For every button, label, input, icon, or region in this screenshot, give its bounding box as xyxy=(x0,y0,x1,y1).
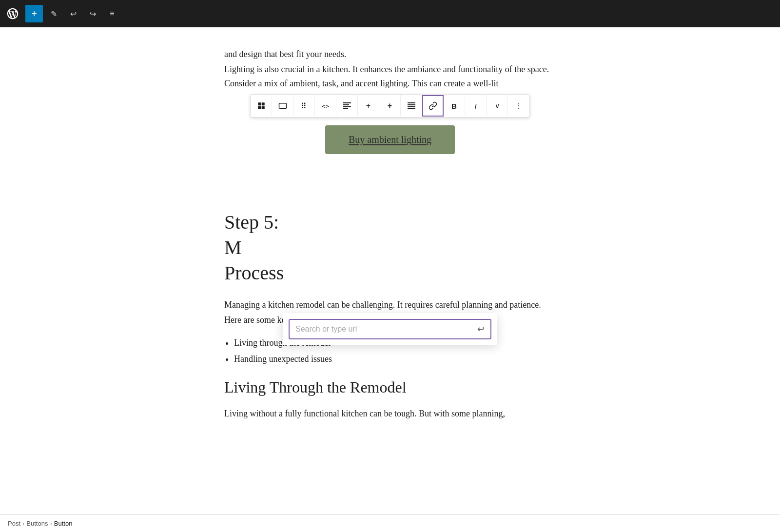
italic-button[interactable]: I xyxy=(465,95,487,117)
svg-rect-2 xyxy=(258,106,261,109)
justify-button[interactable] xyxy=(401,95,422,117)
url-search-input[interactable] xyxy=(295,325,473,334)
breadcrumb-sep-2: › xyxy=(50,520,52,527)
svg-rect-10 xyxy=(408,104,415,105)
bold-icon: B xyxy=(451,102,457,110)
hamburger-icon: ≡ xyxy=(110,9,114,18)
more-formatting-button[interactable]: ∨ xyxy=(487,95,508,117)
svg-rect-9 xyxy=(408,102,415,103)
block-formatting-toolbar: ⠿ <> + + xyxy=(250,94,530,118)
svg-rect-1 xyxy=(261,102,264,105)
add-block-button[interactable]: + xyxy=(25,5,43,22)
list-item: Handling unexpected issues xyxy=(234,351,556,367)
buy-ambient-lighting-button[interactable]: Buy ambient lighting xyxy=(325,125,455,154)
add-before-button[interactable]: + xyxy=(358,95,379,117)
editor-content: and design that best fit your needs. Lig… xyxy=(0,27,780,514)
url-submit-button[interactable]: ↩ xyxy=(477,324,485,335)
pen-icon: ✎ xyxy=(51,9,57,19)
top-toolbar: + ✎ ↩ ↪ ≡ xyxy=(0,0,780,27)
svg-rect-8 xyxy=(343,108,348,109)
chevron-down-icon: ∨ xyxy=(495,102,500,110)
redo-icon: ↪ xyxy=(90,9,96,19)
pen-tool-button[interactable]: ✎ xyxy=(45,5,62,22)
block-type-button[interactable] xyxy=(251,95,272,117)
living-through-heading: Living Through the Remodel xyxy=(224,378,556,396)
bold-button[interactable]: B xyxy=(444,95,465,117)
breadcrumb-bar: Post › Buttons › Button xyxy=(0,514,780,532)
url-search-popup: ↩ xyxy=(283,313,497,345)
svg-rect-5 xyxy=(343,102,351,103)
redo-button[interactable]: ↪ xyxy=(84,5,101,22)
menu-button[interactable]: ≡ xyxy=(103,5,121,22)
button-block: Buy ambient lighting xyxy=(224,125,556,154)
svg-rect-6 xyxy=(343,104,349,105)
breadcrumb-buttons[interactable]: Buttons xyxy=(26,520,48,527)
svg-rect-7 xyxy=(343,106,351,107)
undo-icon: ↩ xyxy=(70,9,77,19)
paragraph-lighting: Lighting is also crucial in a kitchen. I… xyxy=(224,62,556,77)
svg-rect-4 xyxy=(279,103,286,109)
block-transform-button[interactable] xyxy=(272,95,293,117)
paragraph-remodel: Managing a kitchen remodel can be challe… xyxy=(224,297,556,313)
breadcrumb-post[interactable]: Post xyxy=(8,520,20,527)
partial-text-line: Consider a mix of ambient, task, and acc… xyxy=(224,77,556,90)
link-button[interactable] xyxy=(422,95,444,117)
paragraph-design: and design that best fit your needs. xyxy=(224,47,556,62)
ellipsis-icon: ⋮ xyxy=(515,102,522,110)
submit-arrow-icon: ↩ xyxy=(477,324,485,335)
svg-rect-3 xyxy=(261,106,264,109)
wordpress-logo[interactable] xyxy=(4,5,21,22)
step-heading-end: Process xyxy=(224,262,284,284)
italic-icon: I xyxy=(474,102,476,110)
breadcrumb-button: Button xyxy=(54,520,73,527)
more-options-button[interactable]: ⋮ xyxy=(508,95,529,117)
svg-rect-11 xyxy=(408,106,415,107)
paragraph-living: Living without a fully functional kitche… xyxy=(224,406,556,421)
svg-rect-0 xyxy=(258,102,261,105)
svg-rect-12 xyxy=(408,108,415,109)
add-after-button[interactable]: + xyxy=(379,95,401,117)
drag-handle-button[interactable]: ⠿ xyxy=(293,95,315,117)
undo-button[interactable]: ↩ xyxy=(64,5,82,22)
breadcrumb-sep-1: › xyxy=(22,520,24,527)
url-input-container: ↩ xyxy=(289,319,491,339)
code-editor-button[interactable]: <> xyxy=(315,95,336,117)
step-5-heading: Step 5: M Process xyxy=(224,210,556,286)
align-left-button[interactable] xyxy=(336,95,358,117)
